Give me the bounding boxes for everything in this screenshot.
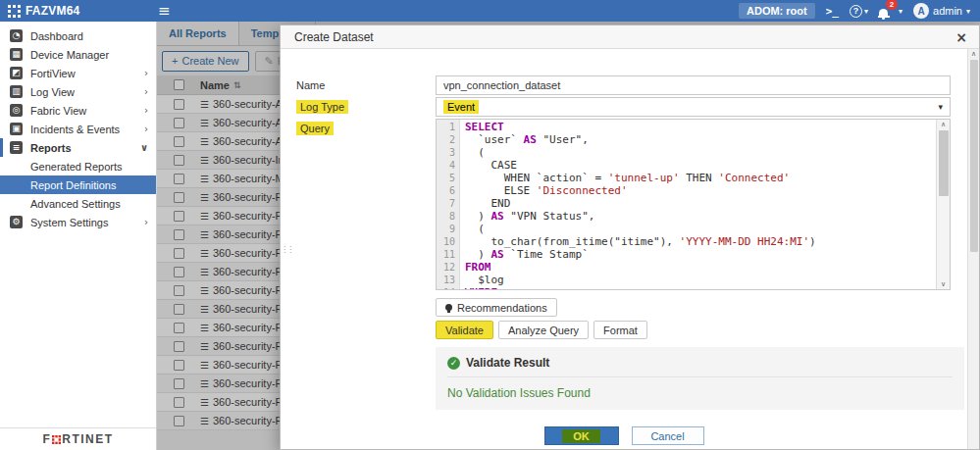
sidebar-items: ◔Dashboard▦Device Manager◩FortiView›▥Log… (0, 22, 156, 231)
sidebar-item-log-view[interactable]: ▥Log View› (0, 82, 156, 101)
modal-scrollbar[interactable]: ∧ (967, 49, 979, 449)
modal-body: ⋮⋮ Name Log Type Event ▾ Query 1SELECT2 … (281, 49, 979, 449)
chevron-right-icon: › (144, 86, 148, 97)
chevron-down-icon: ∨ (140, 142, 148, 153)
code-text: `user` AS "User", (460, 133, 589, 146)
format-button[interactable]: Format (593, 321, 647, 339)
code-text: $log (460, 274, 504, 286)
notifications-menu[interactable]: 2 ▾ (879, 3, 903, 19)
cli-console-icon[interactable]: >_ (826, 5, 839, 18)
hamburger-menu-icon[interactable]: ≡ (158, 0, 171, 22)
bell-icon[interactable]: 2 (879, 3, 897, 19)
line-number: 2 (437, 133, 460, 146)
ok-button-label: OK (562, 429, 600, 443)
scroll-up-icon[interactable]: ∧ (941, 120, 946, 129)
chevron-right-icon: › (144, 217, 148, 227)
recommendations-row: Recommendations (436, 297, 951, 317)
help-icon[interactable]: ? (850, 5, 862, 18)
sidebar-item-label: Log View (30, 86, 75, 98)
lightbulb-icon (445, 304, 452, 311)
scrollbar-thumb[interactable] (970, 60, 978, 252)
sidebar-item-system-settings[interactable]: ⚙System Settings› (0, 213, 156, 231)
sidebar-item-fabric-view[interactable]: ◎Fabric View› (0, 101, 156, 120)
line-number: 13 (437, 274, 460, 286)
brand-grid-icon (8, 5, 21, 18)
query-code-editor[interactable]: 1SELECT2 `user` AS "User",3 (4 CASE5 WHE… (436, 119, 951, 290)
reports-icon: ≡ (10, 141, 23, 154)
fortiview-icon: ◩ (10, 67, 23, 79)
resize-grip-icon[interactable]: ⋮⋮ (281, 247, 288, 252)
cancel-button[interactable]: Cancel (632, 426, 704, 445)
code-text: ) AS "VPN Status", (460, 210, 594, 223)
avatar[interactable]: A (913, 3, 929, 19)
query-field-row: Query 1SELECT2 `user` AS "User",3 (4 CAS… (296, 119, 951, 290)
code-lines[interactable]: 1SELECT2 `user` AS "User",3 (4 CASE5 WHE… (437, 120, 936, 289)
analyze-query-button[interactable]: Analyze Query (498, 321, 589, 339)
log-view-icon: ▥ (10, 85, 23, 98)
adom-selector[interactable]: ADOM: root (739, 3, 815, 19)
line-number: 9 (437, 223, 460, 235)
sidebar-item-reports[interactable]: ≡Reports∨ (0, 138, 156, 157)
validate-result-title: Validate Result (466, 356, 549, 370)
sidebar-item-label: Fabric View (30, 105, 86, 117)
sidebar-item-advanced-settings[interactable]: Advanced Settings (0, 194, 156, 213)
code-text: SELECT (460, 121, 504, 133)
create-dataset-modal: Create Dataset × ⋮⋮ Name Log Type Event … (280, 25, 980, 450)
scroll-up-icon[interactable]: ∧ (971, 49, 976, 59)
code-line: 5 WHEN `action` = 'tunnel-up' THEN 'Conn… (437, 172, 936, 184)
code-line: 6 ELSE 'Disconnected' (437, 184, 936, 197)
sidebar: ◔Dashboard▦Device Manager◩FortiView›▥Log… (0, 22, 157, 450)
chevron-right-icon: › (144, 68, 148, 78)
sidebar-item-incidents-events[interactable]: ▣Incidents & Events› (0, 120, 156, 138)
sidebar-item-generated-reports[interactable]: Generated Reports (0, 157, 156, 175)
line-number: 10 (437, 235, 460, 248)
sidebar-item-device-manager[interactable]: ▦Device Manager (0, 45, 156, 64)
user-menu[interactable]: A admin ▾ (913, 3, 970, 19)
code-line: 7 END (437, 197, 936, 210)
line-number: 14 (437, 286, 460, 289)
line-number: 3 (437, 146, 460, 159)
app-logo: FAZVM64 (0, 4, 150, 18)
code-line: 13 $log (437, 274, 936, 286)
line-number: 6 (437, 184, 460, 197)
query-label: Query (296, 122, 334, 135)
scrollbar-thumb[interactable] (939, 130, 949, 196)
recommendations-button[interactable]: Recommendations (436, 298, 557, 317)
device-manager-icon: ▦ (10, 48, 23, 61)
close-icon[interactable]: × (955, 29, 967, 45)
code-line: 1SELECT (437, 121, 936, 133)
line-number: 1 (437, 121, 460, 133)
sidebar-item-label: Advanced Settings (30, 198, 121, 210)
top-bar: FAZVM64 ≡ ADOM: root >_ ? ▾ 2 ▾ A admin … (0, 0, 980, 22)
sidebar-item-label: System Settings (30, 217, 108, 228)
chevron-down-icon: ▾ (864, 7, 868, 16)
code-line: 4 CASE (437, 159, 936, 172)
code-text: CASE (460, 159, 517, 172)
sidebar-item-label: Device Manager (30, 49, 109, 61)
name-input[interactable] (436, 75, 951, 95)
brand-name: FAZVM64 (26, 4, 79, 18)
code-text: WHERE (460, 286, 497, 289)
code-text: FROM (460, 261, 491, 274)
log-type-select[interactable]: Event ▾ (436, 97, 951, 117)
code-editor-scrollbar[interactable]: ∧ ∨ (936, 120, 950, 289)
modal-title: Create Dataset (294, 30, 374, 44)
code-text: ( (460, 146, 485, 159)
chevron-right-icon: › (144, 124, 148, 134)
incidents-icon: ▣ (10, 123, 23, 135)
code-text: WHEN `action` = 'tunnel-up' THEN 'Connec… (460, 172, 790, 184)
gauge-icon: ◔ (10, 29, 23, 42)
validate-button[interactable]: Validate (436, 321, 493, 339)
help-menu[interactable]: ? ▾ (850, 5, 868, 18)
name-field-row: Name (296, 75, 951, 95)
validate-result-message: No Validation Issues Found (447, 386, 953, 400)
sidebar-item-fortiview[interactable]: ◩FortiView› (0, 64, 156, 82)
scroll-down-icon[interactable]: ∨ (941, 279, 946, 289)
ok-button[interactable]: OK (544, 426, 619, 445)
sidebar-item-dashboard[interactable]: ◔Dashboard (0, 26, 156, 45)
sidebar-item-label: FortiView (30, 68, 76, 79)
line-number: 11 (437, 248, 460, 261)
sidebar-item-report-definitions[interactable]: Report Definitions (0, 175, 156, 194)
notification-badge: 2 (886, 0, 898, 10)
log-type-label: Log Type (296, 100, 348, 114)
